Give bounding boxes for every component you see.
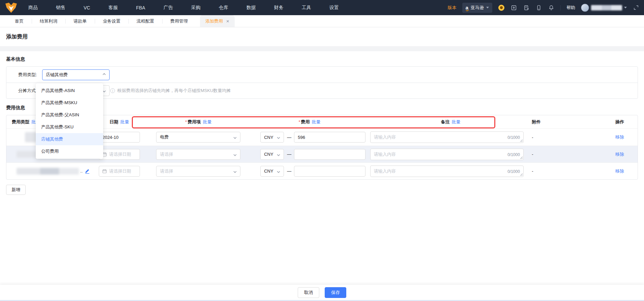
date-placeholder: 请选择日期 xyxy=(109,151,131,157)
menu-item-purchase[interactable]: 采购 xyxy=(191,5,201,11)
fee-item-select[interactable]: 电费 xyxy=(156,132,240,143)
note-placeholder: 请输入内容 xyxy=(374,134,396,140)
fee-type-value: 店铺其他费 xyxy=(46,72,103,78)
header-fee-type: 费用类型 xyxy=(12,119,29,125)
tab-business-settings[interactable]: 业务设置 xyxy=(95,15,128,27)
header-action: 操作 xyxy=(615,119,624,125)
menu-item-warehouse[interactable]: 仓库 xyxy=(219,5,228,11)
cancel-button[interactable]: 取消 xyxy=(298,287,319,298)
avatar xyxy=(581,4,589,12)
tab-settlement-profit[interactable]: 结算利润 xyxy=(32,15,65,27)
dropdown-option-product-sku[interactable]: 产品其他费-SKU xyxy=(36,121,103,133)
fox-logo[interactable] xyxy=(3,2,19,14)
table-row: .. 请选择日期 请选择 CNY xyxy=(6,162,638,179)
menu-item-tools[interactable]: 工具 xyxy=(302,5,311,11)
currency-select[interactable]: CNY xyxy=(260,166,284,177)
attachment-value: - xyxy=(532,152,533,157)
menu-item-service[interactable]: 客服 xyxy=(108,5,118,11)
chevron-down-icon xyxy=(233,136,237,139)
fullscreen-icon[interactable] xyxy=(633,4,639,11)
header-fee: 费用 xyxy=(301,119,310,125)
footer-action-bar: 取消 保存 xyxy=(0,285,644,301)
fee-type-row: 费用类型: 店铺其他费 xyxy=(6,67,638,83)
tab-payment-request[interactable]: 请款单 xyxy=(65,15,95,27)
menu-item-finance[interactable]: 财务 xyxy=(274,5,284,11)
save-button[interactable]: 保存 xyxy=(325,287,346,298)
user-name-redacted xyxy=(591,5,622,10)
currency-value: CNY xyxy=(264,152,277,157)
tab-home[interactable]: 首页 xyxy=(7,15,32,27)
fee-item-value: 电费 xyxy=(160,134,233,140)
tab-expense-management[interactable]: 费用管理 xyxy=(162,15,196,27)
batch-note-link[interactable]: 批量 xyxy=(452,119,461,125)
version-link[interactable]: 版本 xyxy=(448,5,457,11)
amount-input[interactable] xyxy=(294,149,365,160)
currency-separator: — xyxy=(287,152,291,157)
currency-select[interactable]: CNY xyxy=(260,132,284,143)
menu-item-fba[interactable]: FBA xyxy=(136,5,145,10)
menu-item-vc[interactable]: VC xyxy=(84,5,90,10)
dropdown-option-company[interactable]: 公司费用 xyxy=(36,145,103,157)
amount-input[interactable] xyxy=(294,132,365,143)
fee-type-select[interactable]: 店铺其他费 xyxy=(42,69,110,80)
date-input[interactable]: 请选择日期 xyxy=(99,166,140,177)
note-input[interactable]: 请输入内容 0/1000 xyxy=(370,149,524,160)
info-icon: i xyxy=(110,88,115,93)
platform-name: 亚马逊 xyxy=(471,5,484,11)
tab-add-expense-active[interactable]: 添加费用 × xyxy=(200,15,235,27)
menu-item-data[interactable]: 数据 xyxy=(246,5,256,11)
edit-pencil-icon[interactable] xyxy=(85,169,90,174)
bell-icon[interactable] xyxy=(548,4,555,11)
allocation-hint: i 根据费用选择的店铺先均摊，再每个店铺按MSKU数量均摊 xyxy=(110,88,231,94)
download-icon[interactable] xyxy=(510,4,517,11)
doc-add-icon[interactable] xyxy=(523,4,530,11)
amazon-icon: a xyxy=(466,5,468,10)
remove-link[interactable]: 移除 xyxy=(615,134,624,140)
dropdown-option-product-asin[interactable]: 产品其他费-ASIN xyxy=(36,85,103,97)
currency-value: CNY xyxy=(264,135,277,140)
dropdown-option-shop-other[interactable]: 店铺其他费 xyxy=(36,133,103,145)
date-input[interactable] xyxy=(99,132,140,143)
currency-separator: — xyxy=(287,169,291,174)
amount-input[interactable] xyxy=(294,166,365,177)
note-input[interactable]: 请输入内容 0/1000 xyxy=(370,131,524,143)
date-input[interactable]: 请选择日期 xyxy=(99,149,140,160)
main-menu: 商品 销售 VC 客服 FBA 广告 采购 仓库 数据 财务 工具 设置 xyxy=(28,5,339,11)
attachment-value: - xyxy=(532,169,533,174)
fee-item-placeholder: 请选择 xyxy=(160,168,233,174)
fee-item-select[interactable]: 请选择 xyxy=(156,166,240,177)
note-input[interactable]: 请输入内容 0/1000 xyxy=(370,165,524,177)
batch-fee-link[interactable]: 批量 xyxy=(312,119,321,125)
close-icon[interactable]: × xyxy=(226,19,229,24)
chevron-down-icon xyxy=(233,170,237,173)
chevron-down-icon xyxy=(277,153,280,156)
remove-link[interactable]: 移除 xyxy=(615,151,624,157)
user-account[interactable] xyxy=(581,4,627,12)
currency-select[interactable]: CNY xyxy=(260,149,284,160)
attachment-value: - xyxy=(532,135,533,140)
fee-type-redacted xyxy=(17,168,79,175)
bulb-icon[interactable] xyxy=(498,4,505,11)
help-link[interactable]: 帮助 xyxy=(566,5,575,11)
remove-link[interactable]: 移除 xyxy=(615,168,624,174)
menu-item-sales[interactable]: 销售 xyxy=(56,5,65,11)
divider xyxy=(560,5,561,10)
add-row-button[interactable]: 新增 xyxy=(6,185,26,195)
mobile-icon[interactable] xyxy=(535,4,542,11)
tab-add-expense-label: 添加费用 xyxy=(205,18,223,24)
tab-process-config[interactable]: 流程配置 xyxy=(128,15,162,27)
platform-selector[interactable]: a 亚马逊 xyxy=(462,3,492,13)
batch-date-link[interactable]: 批量 xyxy=(120,119,129,125)
menu-item-products[interactable]: 商品 xyxy=(28,5,38,11)
chevron-down-icon xyxy=(233,153,237,156)
fee-type-dropdown-menu: 产品其他费-ASIN 产品其他费-MSKU 产品其他费-父ASIN 产品其他费-… xyxy=(36,83,103,159)
dropdown-option-product-parent-asin[interactable]: 产品其他费-父ASIN xyxy=(36,109,103,121)
divider xyxy=(0,46,644,51)
menu-item-settings[interactable]: 设置 xyxy=(329,5,339,11)
dropdown-option-product-msku[interactable]: 产品其他费-MSKU xyxy=(36,97,103,109)
note-placeholder: 请输入内容 xyxy=(374,168,396,174)
batch-fee-item-link[interactable]: 批量 xyxy=(203,119,211,125)
allocation-hint-text: 根据费用选择的店铺先均摊，再每个店铺按MSKU数量均摊 xyxy=(117,88,231,94)
fee-item-select[interactable]: 请选择 xyxy=(156,149,240,160)
menu-item-ads[interactable]: 广告 xyxy=(164,5,173,11)
